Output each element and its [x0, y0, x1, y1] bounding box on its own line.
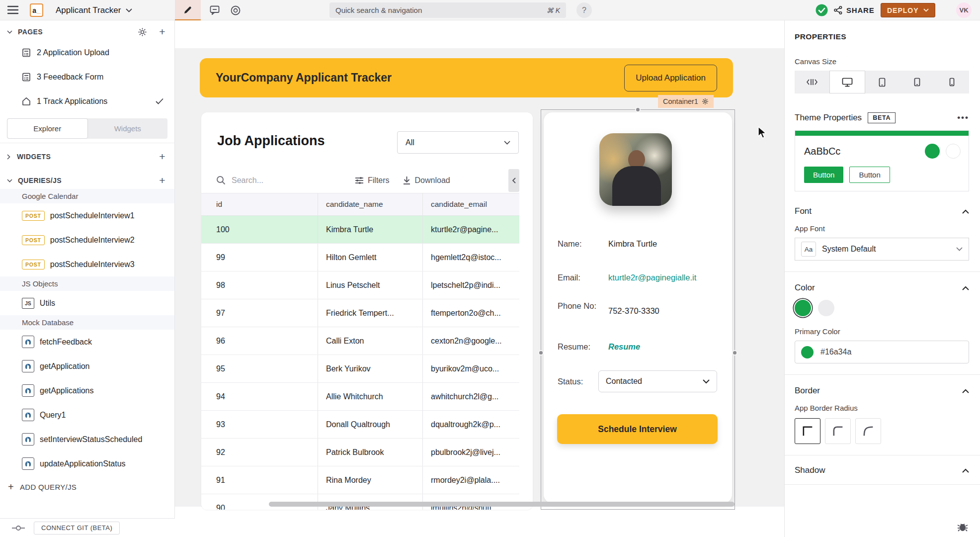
- query-fetchFeedback[interactable]: fetchFeedback: [0, 330, 174, 354]
- edit-mode-button[interactable]: [175, 0, 201, 20]
- sidebar-page-application-upload[interactable]: 2 Application Upload: [0, 40, 174, 65]
- canvas-size-tablet-large-button[interactable]: [865, 71, 900, 93]
- gear-icon[interactable]: [138, 27, 147, 37]
- chevron-down-icon: [504, 141, 510, 145]
- add-query-plus-button[interactable]: +: [157, 175, 167, 186]
- sidebar: PAGES + 2 Application Upload 3 Feeedback…: [0, 20, 175, 537]
- primary-color-swatch[interactable]: [795, 300, 811, 316]
- chevron-up-icon[interactable]: [962, 286, 969, 290]
- canvas-size-fluid-button[interactable]: [795, 71, 829, 93]
- theme-more-menu-button[interactable]: •••: [957, 113, 969, 123]
- postgres-icon: [22, 336, 34, 348]
- container1-widget-tag[interactable]: Container1: [658, 95, 714, 108]
- border-radius-medium-button[interactable]: [825, 418, 851, 444]
- table-row-98[interactable]: 98Linus Petscheltlpetschelt2p@indi...: [201, 271, 519, 299]
- resize-handle-top[interactable]: [635, 107, 641, 112]
- quick-search-input[interactable]: [335, 6, 547, 14]
- filters-button[interactable]: Filters: [355, 176, 390, 185]
- quick-search-bar[interactable]: ⌘ K: [329, 2, 566, 18]
- status-filter-select[interactable]: All: [397, 131, 519, 154]
- canvas-size-label: Canvas Size: [785, 57, 980, 66]
- theme-secondary-swatch: [946, 144, 961, 159]
- horizontal-scrollbar[interactable]: [269, 502, 735, 507]
- query-postScheduleInterview3[interactable]: POST postScheduleInterview3: [0, 252, 174, 276]
- color-section-header: Color: [795, 283, 815, 293]
- sidebar-page-track-applications[interactable]: 1 Track Applications: [0, 89, 174, 113]
- home-icon: [22, 97, 31, 106]
- font-sample-icon: Aa: [801, 242, 816, 257]
- query-updateApplicationStatus[interactable]: updateApplicationStatus: [0, 451, 174, 476]
- sidebar-page-feedback-form[interactable]: 3 Feeedback Form: [0, 65, 174, 89]
- canvas-size-phone-button[interactable]: [934, 71, 969, 93]
- chevron-up-icon[interactable]: [962, 389, 969, 393]
- border-radius-large-button[interactable]: [855, 418, 881, 444]
- query-getApplications[interactable]: getApplications: [0, 378, 174, 403]
- add-page-button[interactable]: +: [157, 26, 167, 38]
- resize-handle-left[interactable]: [538, 350, 544, 356]
- primary-color-input[interactable]: #16a34a: [795, 341, 969, 363]
- hamburger-menu-icon[interactable]: [7, 4, 19, 15]
- column-header-candidate-name[interactable]: candidate_name: [318, 193, 423, 215]
- query-postScheduleInterview1[interactable]: POST postScheduleInterview1: [0, 203, 174, 228]
- add-query-js-button[interactable]: + ADD QUERY/JS: [0, 476, 174, 498]
- download-button[interactable]: Download: [403, 176, 450, 185]
- theme-preview-card[interactable]: AaBbCc Button Button: [795, 130, 969, 191]
- table-row-94[interactable]: 94Allie Whitchurchawhitchurch2l@g...: [201, 383, 519, 411]
- app-name-menu[interactable]: Applicant Tracker: [56, 0, 132, 20]
- table-row-100[interactable]: 100Kimbra Turtlekturtle2r@pagine...: [201, 216, 519, 244]
- help-button[interactable]: ?: [576, 2, 592, 18]
- table-row-97[interactable]: 97Friedrick Tempert...ftemperton2o@ch...: [201, 299, 519, 327]
- app-font-label: App Font: [785, 224, 980, 233]
- app-font-select[interactable]: Aa System Default: [795, 238, 969, 261]
- secondary-color-swatch[interactable]: [818, 300, 834, 316]
- chevron-down-icon[interactable]: [7, 30, 12, 34]
- share-button[interactable]: SHARE: [834, 0, 875, 20]
- user-avatar[interactable]: VK: [956, 2, 972, 18]
- connect-git-button[interactable]: CONNECT GIT (BETA): [34, 522, 120, 535]
- tab-widgets[interactable]: Widgets: [88, 118, 168, 139]
- column-header-id[interactable]: id: [201, 193, 318, 215]
- resize-handle-right[interactable]: [732, 350, 737, 356]
- table-row-99[interactable]: 99Hilton Gemletthgemlett2q@istoc...: [201, 244, 519, 271]
- query-postScheduleInterview2[interactable]: POST postScheduleInterview2: [0, 228, 174, 252]
- query-Query1[interactable]: Query1: [0, 403, 174, 427]
- upload-application-button[interactable]: Upload Application: [624, 65, 717, 91]
- container1-selection-outline[interactable]: [541, 109, 735, 510]
- canvas-size-desktop-button[interactable]: [829, 71, 865, 93]
- comment-mode-button[interactable]: [204, 0, 226, 20]
- table-row-96[interactable]: 96Calli Extoncexton2n@google...: [201, 327, 519, 355]
- chevron-up-icon[interactable]: [962, 468, 969, 473]
- group-google-calendar: Google Calendar: [0, 189, 174, 203]
- gear-icon[interactable]: [702, 98, 709, 105]
- deploy-button[interactable]: DEPLOY: [881, 3, 935, 17]
- collapse-columns-button[interactable]: [508, 169, 519, 192]
- view-mode-button[interactable]: [225, 0, 246, 20]
- table-row-91[interactable]: 91Rina Mordeyrmordey2i@plala....: [201, 466, 519, 494]
- table-row-93[interactable]: 93Donall Qualtroughdqualtrough2k@p...: [201, 411, 519, 439]
- query-getApplication[interactable]: getApplication: [0, 354, 174, 378]
- js-object-utils[interactable]: JS Utils: [0, 291, 174, 315]
- theme-button-solid-preview: Button: [804, 167, 843, 183]
- table-row-92[interactable]: 92Patrick Bulbrookpbulbrook2j@livej...: [201, 439, 519, 466]
- tab-explorer[interactable]: Explorer: [7, 118, 88, 139]
- chevron-up-icon[interactable]: [962, 209, 969, 214]
- table-search-input[interactable]: [232, 176, 326, 185]
- theme-color-bar: [795, 131, 969, 136]
- page-icon: [22, 73, 31, 82]
- group-mock-database: Mock Database: [0, 315, 174, 330]
- debug-bug-icon[interactable]: [957, 522, 968, 532]
- properties-title: PROPERTIES: [785, 32, 980, 41]
- queries-section[interactable]: QUERIES/JS +: [0, 172, 174, 189]
- border-radius-none-button[interactable]: [795, 418, 820, 444]
- query-setInterviewStatusScheduled[interactable]: setInterviewStatusScheduled: [0, 427, 174, 451]
- font-section-header: Font: [795, 206, 812, 216]
- app-header-widget[interactable]: YourCompany Applicant Tracker Upload App…: [200, 58, 733, 97]
- add-widget-button[interactable]: +: [157, 151, 167, 163]
- group-js-objects: JS Objects: [0, 276, 174, 291]
- download-icon: [403, 176, 411, 185]
- column-header-candidate-email[interactable]: candidate_email: [423, 193, 519, 215]
- canvas-size-tablet-button[interactable]: [899, 71, 934, 93]
- table-row-95[interactable]: 95Berk Yurikovbyurikov2m@uco...: [201, 355, 519, 383]
- app-logo-icon[interactable]: a_: [30, 3, 43, 17]
- widgets-section[interactable]: WIDGETS +: [0, 148, 174, 165]
